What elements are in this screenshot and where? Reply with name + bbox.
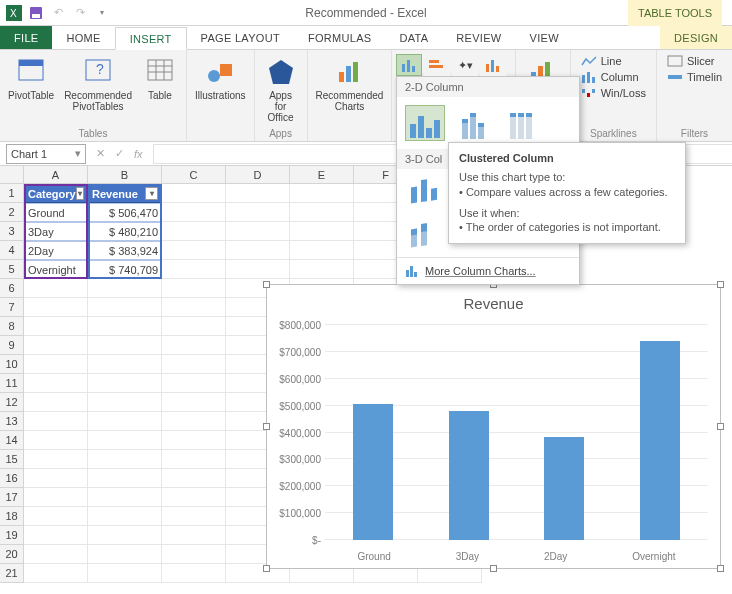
row-header[interactable]: 17 [0, 488, 24, 507]
more-column-charts-button[interactable]: More Column Charts... [397, 257, 579, 284]
table-cell[interactable]: Overnight [24, 260, 88, 279]
table-cell[interactable]: 2Day [24, 241, 88, 260]
column-header[interactable]: D [226, 166, 290, 184]
cell[interactable] [162, 222, 226, 241]
cell[interactable] [88, 450, 162, 469]
row-header[interactable]: 8 [0, 317, 24, 336]
filter-dropdown-icon[interactable]: ▾ [76, 187, 84, 200]
resize-handle[interactable] [490, 565, 497, 572]
chart-bar[interactable] [449, 411, 489, 540]
row-header[interactable]: 12 [0, 393, 24, 412]
cell[interactable] [88, 374, 162, 393]
cell[interactable] [88, 431, 162, 450]
row-header[interactable]: 6 [0, 279, 24, 298]
combo-chart-dropdown[interactable] [480, 54, 506, 76]
cell[interactable] [162, 355, 226, 374]
cell[interactable] [24, 450, 88, 469]
row-header[interactable]: 21 [0, 564, 24, 583]
resize-handle[interactable] [717, 423, 724, 430]
sparkline-line-button[interactable]: Line [577, 54, 650, 68]
cell[interactable] [88, 545, 162, 564]
cell[interactable] [88, 469, 162, 488]
cell[interactable] [24, 336, 88, 355]
row-header[interactable]: 20 [0, 545, 24, 564]
cell[interactable] [290, 184, 354, 203]
cell[interactable] [162, 317, 226, 336]
select-all-corner[interactable] [0, 166, 24, 184]
tab-file[interactable]: FILE [0, 26, 52, 49]
tab-home[interactable]: HOME [52, 26, 114, 49]
cell[interactable] [162, 450, 226, 469]
row-header[interactable]: 10 [0, 355, 24, 374]
undo-icon[interactable]: ↶ [50, 5, 66, 21]
3d-clustered-column-thumb[interactable] [405, 173, 445, 209]
cell[interactable] [162, 564, 226, 583]
cell[interactable] [88, 298, 162, 317]
cell[interactable] [162, 241, 226, 260]
tab-data[interactable]: DATA [385, 26, 442, 49]
cell[interactable] [24, 317, 88, 336]
plot-area[interactable]: $-$100,000$200,000$300,000$400,000$500,0… [325, 325, 708, 540]
tab-review[interactable]: REVIEW [442, 26, 515, 49]
stock-chart-dropdown[interactable]: ✦▾ [452, 54, 478, 76]
bar-chart-dropdown[interactable] [424, 54, 450, 76]
column-header[interactable]: A [24, 166, 88, 184]
cell[interactable] [88, 279, 162, 298]
cell[interactable] [162, 393, 226, 412]
cell[interactable] [226, 222, 290, 241]
cell[interactable] [290, 241, 354, 260]
resize-handle[interactable] [717, 565, 724, 572]
cell[interactable] [88, 526, 162, 545]
column-header[interactable]: E [290, 166, 354, 184]
name-box[interactable]: Chart 1 ▾ [6, 144, 86, 164]
table-cell[interactable]: $ 506,470 [88, 203, 162, 222]
apps-for-office-button[interactable]: Apps for Office [261, 54, 301, 125]
filter-dropdown-icon[interactable]: ▾ [145, 187, 158, 200]
cell[interactable] [162, 260, 226, 279]
tab-formulas[interactable]: FORMULAS [294, 26, 386, 49]
chart-title[interactable]: Revenue [267, 285, 720, 318]
cell[interactable] [24, 374, 88, 393]
table-header-cell[interactable]: Category▾ [24, 184, 88, 203]
slicer-button[interactable]: Slicer [663, 54, 726, 68]
chart-bar[interactable] [353, 404, 393, 540]
row-header[interactable]: 19 [0, 526, 24, 545]
qat-dropdown-icon[interactable]: ▾ [94, 5, 110, 21]
row-header[interactable]: 18 [0, 507, 24, 526]
row-header[interactable]: 14 [0, 431, 24, 450]
embedded-chart[interactable]: Revenue $-$100,000$200,000$300,000$400,0… [266, 284, 721, 569]
column-chart-dropdown[interactable] [396, 54, 422, 76]
sparkline-column-button[interactable]: Column [577, 70, 650, 84]
tab-view[interactable]: VIEW [516, 26, 573, 49]
row-header[interactable]: 16 [0, 469, 24, 488]
recommended-pivottables-button[interactable]: ? Recommended PivotTables [62, 54, 134, 114]
cell[interactable] [24, 545, 88, 564]
chart-bar[interactable] [640, 341, 680, 540]
sparkline-winloss-button[interactable]: Win/Loss [577, 86, 650, 100]
cell[interactable] [226, 203, 290, 222]
tab-insert[interactable]: INSERT [115, 27, 187, 50]
save-icon[interactable] [28, 5, 44, 21]
cell[interactable] [226, 241, 290, 260]
row-header[interactable]: 4 [0, 241, 24, 260]
cell[interactable] [88, 336, 162, 355]
cell[interactable] [24, 469, 88, 488]
cell[interactable] [162, 203, 226, 222]
resize-handle[interactable] [263, 565, 270, 572]
cell[interactable] [88, 507, 162, 526]
cell[interactable] [162, 526, 226, 545]
cell[interactable] [162, 545, 226, 564]
stacked-column-thumb[interactable] [453, 105, 493, 141]
cell[interactable] [24, 279, 88, 298]
row-header[interactable]: 15 [0, 450, 24, 469]
tab-design[interactable]: DESIGN [660, 26, 732, 49]
column-header[interactable]: C [162, 166, 226, 184]
cell[interactable] [24, 393, 88, 412]
cell[interactable] [162, 412, 226, 431]
table-button[interactable]: Table [140, 54, 180, 103]
cell[interactable] [88, 317, 162, 336]
cell[interactable] [290, 260, 354, 279]
table-cell[interactable]: $ 740,709 [88, 260, 162, 279]
cell[interactable] [24, 355, 88, 374]
100pct-stacked-column-thumb[interactable] [501, 105, 541, 141]
